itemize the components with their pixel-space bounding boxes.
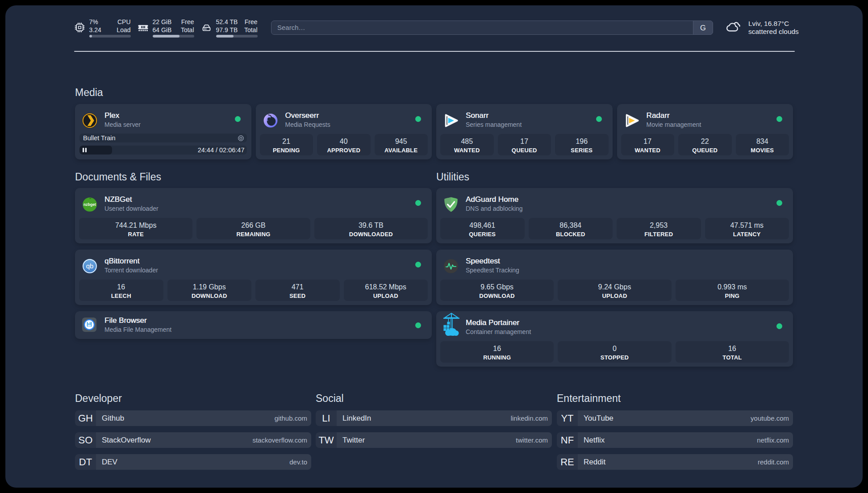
bookmark-abbr: TW	[316, 432, 337, 448]
resource-label: Total	[181, 26, 194, 34]
bookmark-group-social: Social LI LinkedInlinkedin.com TW Twitte…	[316, 391, 552, 404]
stat-block: 21PENDING	[260, 134, 313, 155]
stat-block: 16LEECH	[79, 280, 163, 301]
service-card-radarr[interactable]: Radarr Movie management 17WANTED 22QUEUE…	[617, 104, 793, 159]
overseerr-logo-icon	[262, 112, 279, 129]
service-stats: 498,461QUERIES 86,384BLOCKED 2,953FILTER…	[440, 218, 789, 239]
service-name: Radarr	[647, 111, 670, 120]
disk-icon	[201, 22, 212, 33]
section-title-social: Social	[316, 393, 552, 404]
resource-widgets: 7%CPU 3.24Load 22 GiBFree 64 GiBTotal 52…	[74, 18, 258, 38]
stat-label: QUEUED	[678, 146, 732, 155]
bookmark-name: DEV	[102, 458, 289, 467]
bookmark-developer-1[interactable]: SO StackOverflowstackoverflow.com	[75, 432, 311, 448]
bookmark-entertainment-1[interactable]: NF Netflixnetflix.com	[557, 432, 793, 448]
bookmark-social-1[interactable]: TW Twittertwitter.com	[316, 432, 552, 448]
resource-value: 52.4 TB	[216, 18, 238, 26]
weather-condition: scattered clouds	[748, 28, 799, 36]
service-name: File Browser	[104, 316, 146, 325]
bookmark-abbr: SO	[75, 432, 96, 448]
stat-value: 0	[558, 344, 671, 353]
service-card-filebrowser[interactable]: File Browser Media File Management	[75, 311, 432, 339]
bookmark-domain: netflix.com	[757, 436, 789, 444]
media-section: Plex Media server Bullet Train 24:44 / 0…	[75, 104, 793, 159]
resource-label: CPU	[117, 18, 131, 26]
status-dot-online	[776, 323, 782, 329]
bookmark-entertainment-2[interactable]: RE Redditreddit.com	[557, 454, 793, 470]
stat-label: RATE	[79, 230, 192, 239]
plex-logo-icon	[81, 112, 98, 129]
resource-value: 7%	[89, 18, 98, 26]
status-dot-online	[415, 116, 421, 122]
service-stats: 17WANTED 22QUEUED 834MOVIES	[621, 134, 789, 155]
stat-label: FILTERED	[617, 230, 701, 239]
service-name: AdGuard Home	[466, 195, 518, 204]
service-card-portainer[interactable]: Media Portainer Container management 16R…	[436, 311, 793, 367]
stat-block: 17QUEUED	[498, 134, 551, 155]
cloud-icon	[726, 20, 741, 33]
stat-label: RUNNING	[440, 353, 554, 362]
service-card-sonarr[interactable]: Sonarr Series management 485WANTED 17QUE…	[436, 104, 613, 159]
homepage-dashboard: 7%CPU 3.24Load 22 GiBFree 64 GiBTotal 52…	[5, 5, 863, 488]
stat-block: 40APPROVED	[317, 134, 371, 155]
stat-value: 2,953	[617, 221, 701, 230]
bookmark-social-0[interactable]: LI LinkedInlinkedin.com	[316, 410, 552, 426]
stream-title: Bullet Train	[83, 134, 116, 142]
stat-label: DOWNLOADED	[314, 230, 428, 239]
bookmark-name: StackOverflow	[102, 436, 252, 445]
stat-value: 16	[79, 282, 163, 292]
service-description: DNS and adblocking	[466, 205, 523, 213]
weather-widget[interactable]: Lviv, 16.87°C scattered clouds	[726, 20, 799, 36]
service-name: NZBGet	[104, 195, 132, 204]
bookmark-abbr: GH	[75, 410, 96, 426]
stat-block: 1.19 GbpsDOWNLOAD	[167, 280, 252, 301]
section-title-media: Media	[75, 87, 103, 98]
section-title-utilities: Utilities	[436, 171, 469, 183]
bookmark-name: Reddit	[584, 458, 758, 467]
resource-widget-memory: 22 GiBFree 64 GiBTotal	[138, 18, 194, 38]
stat-block: 86,384BLOCKED	[529, 218, 613, 239]
bookmark-developer-2[interactable]: DT DEVdev.to	[75, 454, 311, 470]
service-card-adguard[interactable]: AdGuard Home DNS and adblocking 498,461Q…	[436, 188, 793, 243]
pause-icon[interactable]	[83, 148, 87, 152]
service-card-speedtest[interactable]: Speedtest Speedtest Tracking 9.65 GbpsDO…	[436, 250, 793, 305]
stat-value: 0.993 ms	[676, 282, 789, 292]
resource-value: 3.24	[89, 26, 101, 34]
search-provider-button[interactable]: G	[693, 21, 713, 35]
stat-value: 1.19 Gbps	[167, 282, 252, 292]
service-card-plex[interactable]: Plex Media server Bullet Train 24:44 / 0…	[75, 104, 251, 159]
stream-time: 24:44 / 02:06:47	[198, 146, 245, 155]
speedtest-logo-icon	[442, 258, 459, 275]
service-card-qbittorrent[interactable]: qb qBittorrent Torrent downloader 16LEEC…	[75, 250, 432, 305]
bookmark-body: Netflixnetflix.com	[578, 432, 793, 448]
service-stats: 485WANTED 17QUEUED 196SERIES	[440, 134, 609, 155]
search-input[interactable]	[271, 21, 713, 35]
bookmark-domain: github.com	[275, 414, 307, 422]
stat-label: STOPPED	[558, 353, 671, 362]
stat-value: 17	[621, 137, 675, 146]
resource-value: 97.9 TB	[216, 26, 238, 34]
bookmark-abbr: DT	[75, 454, 96, 470]
service-name: Speedtest	[466, 256, 500, 266]
service-description: Speedtest Tracking	[466, 266, 519, 274]
stat-label: TOTAL	[676, 353, 789, 362]
service-card-overseerr[interactable]: Overseerr Media Requests 21PENDING 40APP…	[256, 104, 432, 159]
stat-label: AVAILABLE	[375, 146, 428, 155]
bookmark-abbr: RE	[557, 454, 578, 470]
bookmark-name: Twitter	[342, 436, 516, 445]
stat-block: 17WANTED	[621, 134, 675, 155]
bookmark-body: Githubgithub.com	[96, 410, 311, 426]
service-description: Torrent downloader	[104, 266, 158, 274]
memory-icon	[138, 22, 149, 33]
portainer-logo-icon	[442, 312, 460, 336]
stat-block: 471SEED	[255, 280, 340, 301]
bookmark-entertainment-0[interactable]: YT YouTubeyoutube.com	[557, 410, 793, 426]
stat-label: SEED	[255, 292, 340, 301]
stat-block: 945AVAILABLE	[375, 134, 428, 155]
utilities-section: AdGuard Home DNS and adblocking 498,461Q…	[436, 188, 793, 373]
bookmark-body: StackOverflowstackoverflow.com	[96, 432, 311, 448]
service-card-nzbget[interactable]: nzbget NZBGet Usenet downloader 744.21 M…	[75, 188, 432, 243]
bookmark-developer-0[interactable]: GH Githubgithub.com	[75, 410, 311, 426]
stat-label: REMAINING	[196, 230, 310, 239]
bookmark-domain: linkedin.com	[511, 414, 548, 422]
